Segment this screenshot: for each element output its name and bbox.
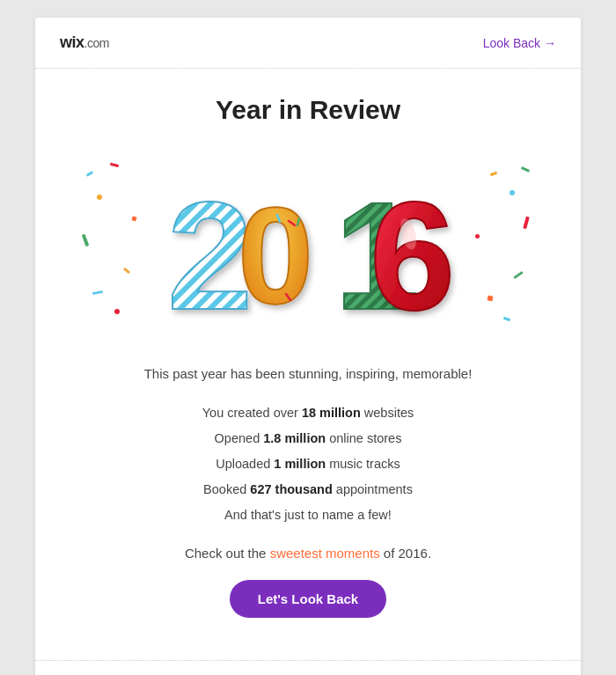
confetti-5 [123,268,130,274]
wix-logo: wix.com [60,33,109,52]
stat-2: Opened 1.8 million online stores [70,426,546,451]
cta-button-container: Let's Look Back [70,580,546,642]
year-illustration: 2 0 1 6 [70,146,546,340]
digit-6-text: 6 [370,170,455,331]
cta-after: of 2016. [380,546,431,561]
confetti-15 [503,317,511,322]
stats-section: You created over 18 million websites Ope… [70,400,546,528]
main-content: Year in Review [35,69,581,660]
confetti-2 [97,194,102,200]
stat-1-highlight: 18 million [302,406,361,420]
confetti-14 [488,296,494,302]
email-footer: Stay up to date with our latest news & f… [35,660,581,676]
confetti-6 [92,290,103,295]
confetti-11 [523,216,529,230]
digit-0-text: 0 [238,180,313,331]
confetti-10 [510,190,515,195]
cta-text: Check out the sweetest moments of 2016. [70,546,546,561]
tagline: This past year has been stunning, inspir… [70,364,546,385]
confetti-3 [110,163,119,167]
stat-2-highlight: 1.8 million [263,431,326,445]
stat-4: Booked 627 thousand appointments [70,477,546,503]
confetti-4 [82,234,90,247]
stat-5: And that's just to name a few! [70,503,546,528]
email-header: wix.com Look Back → [35,18,581,69]
sweetest-moments-link[interactable]: sweetest moments [270,546,380,561]
confetti-7 [114,309,120,314]
cta-before: Check out the [185,546,270,561]
stat-3-highlight: 1 million [274,457,326,471]
confetti-13 [513,271,524,279]
year-2016-svg: 2 0 1 6 [158,155,458,331]
confetti-16 [475,234,480,238]
stat-4-highlight: 627 thousand [250,482,332,496]
stat-1: You created over 18 million websites [70,400,546,426]
email-container: wix.com Look Back → Year in Review [35,18,581,675]
look-back-button[interactable]: Let's Look Back [230,580,386,618]
stat-3: Uploaded 1 million music tracks [70,451,546,477]
confetti-12 [490,172,498,177]
confetti-8 [131,216,136,221]
confetti-9 [521,166,530,172]
logo-domain: .com [84,36,109,50]
logo-text: wix [60,33,84,51]
look-back-link[interactable]: Look Back → [483,36,556,50]
page-title: Year in Review [70,95,546,125]
confetti-1 [86,171,93,177]
